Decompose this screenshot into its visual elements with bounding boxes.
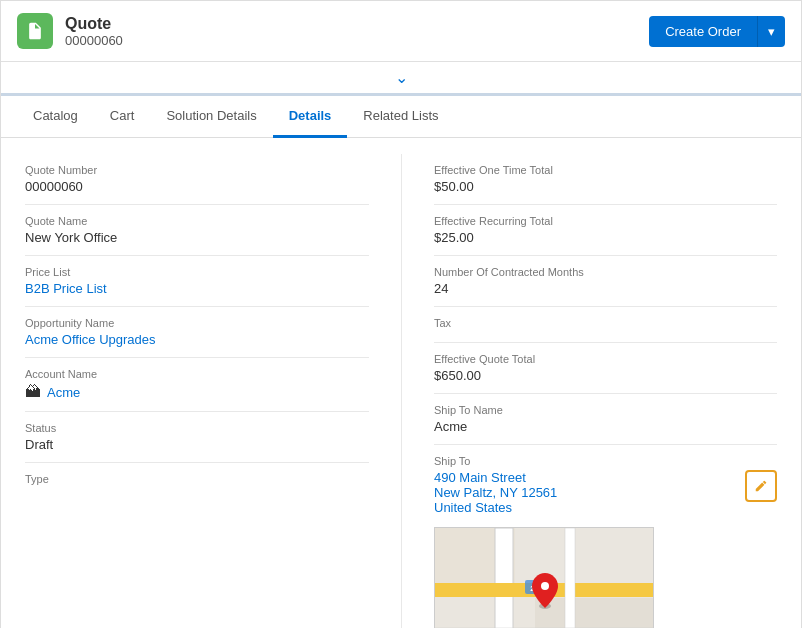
field-label-ship-to-name: Ship To Name: [434, 404, 777, 416]
svg-rect-5: [565, 528, 575, 628]
create-order-button[interactable]: Create Order: [649, 16, 757, 47]
field-label-status: Status: [25, 422, 369, 434]
details-grid: Quote Number 00000060 Quote Name New Yor…: [1, 138, 801, 628]
field-price-list: Price List B2B Price List: [25, 256, 369, 307]
dropdown-button[interactable]: ▾: [757, 16, 785, 47]
field-value-contracted-months: 24: [434, 281, 777, 296]
ship-to-row: 490 Main Street New Paltz, NY 12561 Unit…: [434, 470, 777, 515]
field-contracted-months: Number Of Contracted Months 24: [434, 256, 777, 307]
header-actions: Create Order ▾: [649, 16, 785, 47]
tab-related-lists[interactable]: Related Lists: [347, 96, 454, 138]
collapse-icon[interactable]: ⌄: [395, 69, 408, 86]
field-value-ship-to-name: Acme: [434, 419, 777, 434]
ship-to-line2[interactable]: New Paltz, NY 12561: [434, 485, 733, 500]
account-icon: 🏔: [25, 383, 41, 401]
page-title: Quote: [65, 15, 123, 33]
field-label-effective-quote-total: Effective Quote Total: [434, 353, 777, 365]
field-account-name: Account Name 🏔 Acme: [25, 358, 369, 412]
field-value-price-list[interactable]: B2B Price List: [25, 281, 369, 296]
field-value-effective-quote-total: $650.00: [434, 368, 777, 383]
chevron-down-icon: ▾: [768, 24, 775, 39]
pencil-icon: [754, 479, 768, 493]
field-label-price-list: Price List: [25, 266, 369, 278]
svg-rect-3: [495, 528, 513, 628]
field-quote-name: Quote Name New York Office: [25, 205, 369, 256]
field-effective-recurring-total: Effective Recurring Total $25.00: [434, 205, 777, 256]
field-label-account-name: Account Name: [25, 368, 369, 380]
field-label-quote-name: Quote Name: [25, 215, 369, 227]
tab-details[interactable]: Details: [273, 96, 348, 138]
field-label-effective-one-time-total: Effective One Time Total: [434, 164, 777, 176]
field-quote-number: Quote Number 00000060: [25, 154, 369, 205]
field-value-account-name[interactable]: Acme: [47, 385, 80, 400]
field-effective-quote-total: Effective Quote Total $650.00: [434, 343, 777, 394]
chevron-bar[interactable]: ⌄: [1, 62, 801, 96]
field-value-effective-recurring-total: $25.00: [434, 230, 777, 245]
field-ship-to: Ship To 490 Main Street New Paltz, NY 12…: [434, 445, 777, 628]
field-label-tax: Tax: [434, 317, 777, 329]
right-column: Effective One Time Total $50.00 Effectiv…: [401, 154, 777, 628]
header-title: Quote 00000060: [65, 15, 123, 48]
field-value-opportunity-name[interactable]: Acme Office Upgrades: [25, 332, 369, 347]
field-tax: Tax: [434, 307, 777, 343]
field-value-effective-one-time-total: $50.00: [434, 179, 777, 194]
tabs-bar: Catalog Cart Solution Details Details Re…: [1, 96, 801, 138]
field-label-type: Type: [25, 473, 369, 485]
map-container: 299 Google Map data ©2022: [434, 527, 654, 628]
map-svg: 299 Google Map data ©2022: [435, 528, 654, 628]
header-left: Quote 00000060: [17, 13, 123, 49]
svg-rect-2: [535, 598, 654, 628]
field-label-contracted-months: Number Of Contracted Months: [434, 266, 777, 278]
field-status: Status Draft: [25, 412, 369, 463]
page-subtitle: 00000060: [65, 33, 123, 48]
field-label-effective-recurring-total: Effective Recurring Total: [434, 215, 777, 227]
field-ship-to-name: Ship To Name Acme: [434, 394, 777, 445]
field-label-quote-number: Quote Number: [25, 164, 369, 176]
field-type: Type: [25, 463, 369, 498]
field-label-opportunity-name: Opportunity Name: [25, 317, 369, 329]
field-effective-one-time-total: Effective One Time Total $50.00: [434, 154, 777, 205]
edit-button[interactable]: [745, 470, 777, 502]
svg-point-10: [541, 582, 549, 590]
field-opportunity-name: Opportunity Name Acme Office Upgrades: [25, 307, 369, 358]
field-value-quote-name: New York Office: [25, 230, 369, 245]
field-value-status: Draft: [25, 437, 369, 452]
map-wrapper: 299 Google Map data ©2022: [434, 527, 777, 628]
field-label-ship-to: Ship To: [434, 455, 777, 467]
content-area: Quote Number 00000060 Quote Name New Yor…: [1, 138, 801, 628]
tab-cart[interactable]: Cart: [94, 96, 151, 138]
field-value-quote-number: 00000060: [25, 179, 369, 194]
ship-to-line3[interactable]: United States: [434, 500, 733, 515]
header: Quote 00000060 Create Order ▾: [1, 1, 801, 62]
edit-btn-wrapper: 490 Main Street New Paltz, NY 12561 Unit…: [745, 470, 777, 502]
quote-icon: [17, 13, 53, 49]
tab-catalog[interactable]: Catalog: [17, 96, 94, 138]
left-column: Quote Number 00000060 Quote Name New Yor…: [25, 154, 401, 628]
ship-to-line1[interactable]: 490 Main Street: [434, 470, 733, 485]
ship-to-links: 490 Main Street New Paltz, NY 12561 Unit…: [434, 470, 733, 515]
tab-solution-details[interactable]: Solution Details: [150, 96, 272, 138]
